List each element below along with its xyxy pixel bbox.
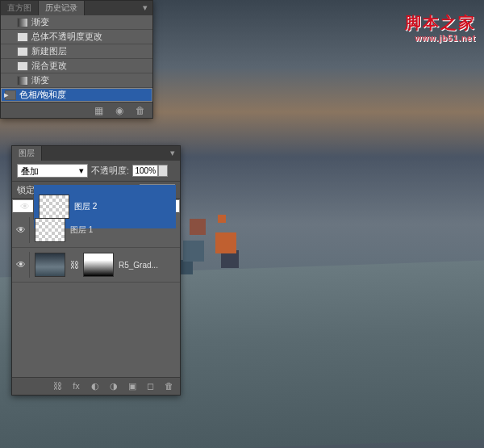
layers-tabs: 图层 ▾ (12, 146, 180, 161)
link-icon[interactable]: ⛓ (70, 260, 78, 270)
tab-histogram[interactable]: 直方图 (1, 1, 39, 15)
adjustment-icon[interactable]: ◑ (107, 380, 119, 392)
gradient-icon (17, 18, 28, 27)
visibility-icon[interactable]: 👁 (12, 217, 30, 243)
layer-row[interactable]: 👁 图层 2 (12, 199, 180, 213)
layer-options-row: 叠加 ▾ 不透明度: ▸ (12, 161, 180, 182)
history-item[interactable]: 混合更改 (1, 59, 152, 73)
layer-name[interactable]: R5_Grad... (119, 261, 158, 270)
layer-mask-thumbnail[interactable] (83, 253, 114, 277)
history-item[interactable]: 渐变 (1, 15, 152, 30)
layer-thumbnail[interactable] (35, 218, 65, 242)
tab-history[interactable]: 历史记录 (39, 1, 85, 15)
history-item[interactable]: 总体不透明度更改 (1, 30, 152, 44)
visibility-icon[interactable]: 👁 (12, 252, 30, 278)
history-label: 渐变 (31, 16, 49, 28)
trash-icon[interactable]: 🗑 (135, 105, 146, 116)
link-layers-icon[interactable]: ⛓ (52, 380, 64, 392)
history-list: 渐变 总体不透明度更改 新建图层 混合更改 渐变 ▸色相/饱和度 (1, 15, 152, 102)
history-label: 混合更改 (31, 60, 67, 72)
chevron-right-icon[interactable]: ▸ (158, 165, 168, 177)
tab-layers[interactable]: 图层 (12, 146, 42, 161)
layer-name[interactable]: 图层 1 (70, 224, 93, 236)
panel-menu-icon[interactable]: ▾ (165, 146, 180, 161)
opacity-spinner[interactable]: ▸ (132, 165, 168, 177)
watermark: 脚本之家 www.jb51.net (405, 12, 476, 43)
history-item[interactable]: 新建图层 (1, 44, 152, 59)
opacity-label: 不透明度: (91, 165, 129, 177)
layer-thumbnail[interactable] (35, 253, 65, 277)
layers-panel: 图层 ▾ 叠加 ▾ 不透明度: ▸ 锁定: 填充: ▸ 👁 图层 2 👁 (11, 145, 181, 396)
history-item[interactable]: 渐变 (1, 73, 152, 88)
layer-row[interactable]: 👁 ⛓ R5_Grad... (12, 248, 180, 283)
history-label: 新建图层 (31, 45, 67, 57)
history-footer: ▦ ◉ 🗑 (1, 102, 152, 118)
watermark-text: 脚本之家 (405, 12, 476, 34)
opacity-input[interactable] (132, 165, 158, 177)
play-icon: ▸ (4, 90, 9, 100)
fx-icon[interactable]: fx (70, 380, 82, 392)
layers-footer: ⛓ fx ◐ ◑ ▣ ◻ 🗑 (12, 377, 180, 395)
new-doc-icon[interactable]: ◉ (114, 105, 125, 116)
new-layer-icon[interactable]: ◻ (144, 380, 156, 392)
panel-menu-icon[interactable]: ▾ (138, 1, 152, 15)
group-icon[interactable]: ▣ (126, 380, 138, 392)
history-label: 色相/饱和度 (19, 89, 66, 101)
chevron-down-icon: ▾ (79, 165, 84, 176)
blend-mode-select[interactable]: 叠加 ▾ (17, 164, 88, 178)
document-icon (17, 61, 28, 71)
document-icon (17, 32, 28, 42)
layer-name[interactable]: 图层 2 (74, 201, 97, 212)
trash-icon[interactable]: 🗑 (163, 380, 175, 392)
gradient-icon (17, 76, 28, 86)
layers-list: 👁 图层 2 👁 图层 1 👁 ⛓ R5_Grad... (12, 199, 180, 377)
mask-icon[interactable]: ◐ (89, 380, 101, 392)
layer-row[interactable]: 👁 图层 1 (12, 213, 180, 248)
history-panel: 直方图 历史记录 ▾ 渐变 总体不透明度更改 新建图层 混合更改 渐变 ▸色相/… (0, 0, 153, 119)
history-tabs: 直方图 历史记录 ▾ (1, 1, 152, 15)
snapshot-icon[interactable]: ▦ (93, 105, 104, 116)
watermark-url: www.jb51.net (405, 34, 476, 43)
history-label: 总体不透明度更改 (31, 31, 102, 43)
document-icon (17, 47, 28, 57)
history-item[interactable]: ▸色相/饱和度 (1, 88, 152, 102)
history-label: 渐变 (31, 74, 49, 86)
